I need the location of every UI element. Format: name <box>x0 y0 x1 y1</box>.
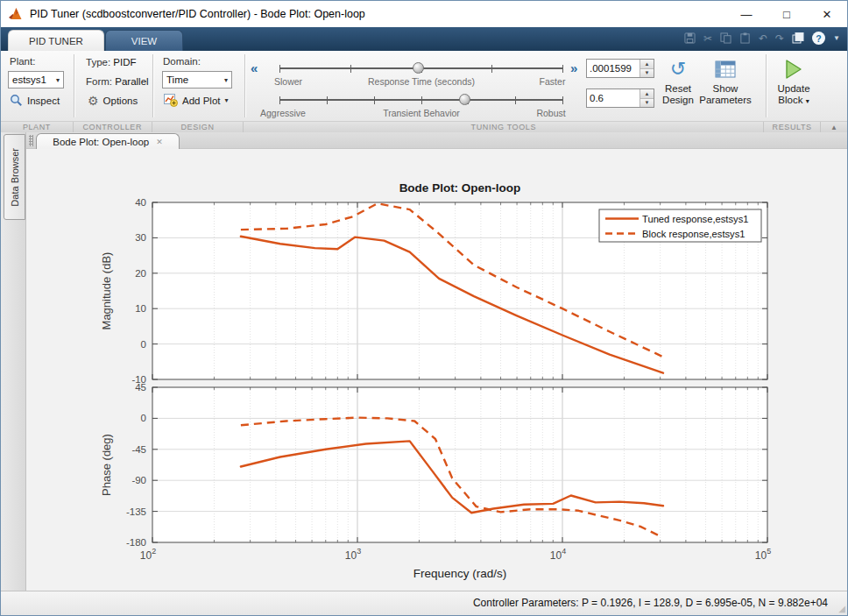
resize-grip-icon[interactable]: ◢ <box>838 604 845 613</box>
ribbon-section-labels: PLANT CONTROLLER DESIGN TUNING TOOLS RES… <box>1 121 847 132</box>
toolstrip-tab-bar: PID TUNER VIEW ✂ ↶ ↷ ? ▼ <box>1 27 847 51</box>
x-tick-label: 102 <box>140 547 156 562</box>
response-time-spinner: ▲ ▼ <box>586 59 654 78</box>
spin-down-icon[interactable]: ▼ <box>640 99 654 108</box>
document-tab-bar: Bode Plot: Open-loop ✕ <box>26 132 847 149</box>
slider-tick <box>562 65 563 73</box>
domain-dropdown-value: Time <box>166 74 188 85</box>
gear-icon: ⚙ <box>88 94 99 108</box>
slider-left-label: Slower <box>274 76 302 87</box>
controller-parameters-status: Controller Parameters: P = 0.1926, I = 1… <box>473 591 828 614</box>
tab-drag-handle[interactable] <box>29 135 33 146</box>
spin-up-icon[interactable]: ▲ <box>640 60 654 69</box>
x-axis-label: Frequency (rad/s) <box>413 567 507 580</box>
legend-entry-label: Tuned response,estsys1 <box>642 214 748 224</box>
data-browser-strip: Data Browser <box>1 132 26 591</box>
plant-dropdown[interactable]: estsys1 ▾ <box>8 71 64 89</box>
layout-icon[interactable] <box>792 32 804 44</box>
y-tick-label: 0 <box>141 339 146 350</box>
response-time-slider[interactable] <box>279 62 563 74</box>
add-plot-button-label: Add Plot <box>182 96 220 106</box>
y-tick-label: 30 <box>135 232 146 243</box>
maximize-button[interactable]: □ <box>767 8 807 21</box>
data-browser-tab[interactable]: Data Browser <box>4 134 25 220</box>
ribbon-separator <box>766 54 767 117</box>
cut-icon[interactable]: ✂ <box>703 32 712 45</box>
chevron-down-icon: ▾ <box>221 76 228 84</box>
toolbar-menu-caret-icon[interactable]: ▼ <box>833 34 840 42</box>
title-bar: PID Tuner (scdboostconverter/PID Control… <box>1 1 847 27</box>
transient-behavior-slider[interactable] <box>279 94 563 106</box>
save-icon[interactable] <box>684 32 696 44</box>
show-parameters-button[interactable]: Show Parameters <box>700 55 751 106</box>
response-time-value-input[interactable] <box>587 60 640 77</box>
minimize-button[interactable]: — <box>726 8 767 21</box>
bode-plot-figure: 403020100-10Magnitude (dB)450-45-90-135-… <box>26 149 847 591</box>
spin-down-icon[interactable]: ▼ <box>640 69 654 78</box>
options-button[interactable]: ⚙ Options <box>88 94 138 108</box>
section-design: DESIGN <box>152 122 244 132</box>
spinner-arrows: ▲ ▼ <box>640 89 654 107</box>
status-bar: Controller Parameters: P = 0.1926, I = 1… <box>1 591 847 615</box>
add-plot-button[interactable]: Add Plot ▾ <box>164 94 229 107</box>
slider-thumb[interactable] <box>413 62 424 74</box>
y-axis-label: Magnitude (dB) <box>100 252 113 330</box>
slider-tick <box>279 96 280 104</box>
slider-center-label: Response Time (seconds) <box>368 76 475 87</box>
slider-tick <box>491 65 492 73</box>
play-icon <box>785 55 802 83</box>
matlab-logo-icon <box>8 7 23 21</box>
doc-tab-label: Bode Plot: Open-loop <box>53 137 149 147</box>
slider-shift-left-button[interactable]: « <box>251 60 258 75</box>
slider-tick <box>350 65 351 73</box>
slider-tick <box>515 96 516 104</box>
y-axis-label: Phase (deg) <box>100 434 113 496</box>
close-tab-icon[interactable]: ✕ <box>156 138 163 146</box>
slider-center-label: Transient Behavior <box>383 108 460 118</box>
controller-type: Type: PIDF <box>86 57 137 67</box>
update-block-button[interactable]: Update Block ▾ <box>768 55 819 107</box>
update-block-label: Block ▾ <box>778 95 809 107</box>
domain-dropdown[interactable]: Time ▾ <box>162 71 232 89</box>
spin-up-icon[interactable]: ▲ <box>640 89 654 99</box>
domain-label: Domain: <box>163 56 201 67</box>
y-tick-label: -180 <box>126 537 146 548</box>
ribbon-separator <box>74 54 74 117</box>
paste-icon[interactable] <box>739 32 751 44</box>
transient-behavior-value-input[interactable] <box>587 89 640 107</box>
slider-shift-right-button[interactable]: » <box>570 60 577 75</box>
chevron-down-icon: ▾ <box>53 76 60 84</box>
help-icon[interactable]: ? <box>812 32 825 45</box>
x-tick-label: 105 <box>755 547 771 562</box>
slider-tick <box>562 96 563 104</box>
doc-tab-bode-plot[interactable]: Bode Plot: Open-loop ✕ <box>36 133 180 150</box>
spinner-arrows: ▲ ▼ <box>640 60 654 77</box>
show-parameters-label: Show <box>713 83 738 95</box>
y-tick-label: -135 <box>126 506 146 517</box>
chevron-down-icon: ▾ <box>806 97 809 105</box>
reset-arrow-icon: ↺ <box>670 55 686 83</box>
x-tick-label: 104 <box>550 547 566 562</box>
reset-design-button[interactable]: ↺ Reset Design <box>653 55 703 106</box>
options-button-label: Options <box>103 96 138 106</box>
ribbon-separator <box>244 54 245 117</box>
collapse-ribbon-button[interactable]: ▲ <box>821 122 847 132</box>
tab-pid-tuner[interactable]: PID TUNER <box>8 30 104 51</box>
chevron-down-icon: ▾ <box>224 96 228 104</box>
redo-icon[interactable]: ↷ <box>775 32 784 45</box>
type-value: PIDF <box>113 57 136 67</box>
inspect-button[interactable]: Inspect <box>10 94 60 107</box>
slider-right-label: Faster <box>540 76 566 87</box>
window-title: PID Tuner (scdboostconverter/PID Control… <box>30 8 365 20</box>
tab-view[interactable]: VIEW <box>105 30 183 51</box>
quick-access-toolbar: ✂ ↶ ↷ ? ▼ <box>684 32 840 45</box>
ribbon-separator <box>152 54 153 117</box>
undo-icon[interactable]: ↶ <box>759 32 767 45</box>
close-button[interactable]: ✕ <box>807 8 847 21</box>
update-block-label: Update <box>777 83 809 95</box>
inspect-button-label: Inspect <box>27 96 60 106</box>
magnifier-icon <box>10 94 23 107</box>
copy-icon[interactable] <box>720 32 731 44</box>
add-plot-icon <box>164 94 178 107</box>
reset-design-label: Design <box>662 95 694 106</box>
